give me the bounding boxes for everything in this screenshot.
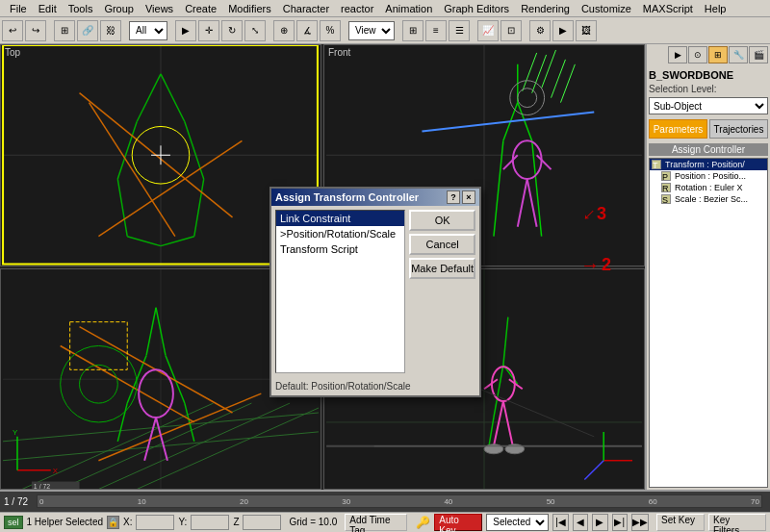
named-sel-button[interactable]: ⊡	[500, 20, 522, 41]
tl-10: 10	[138, 497, 146, 506]
rp-tree-item-2[interactable]: R Rotation : Euler X	[650, 182, 767, 193]
rp-tree-item-3[interactable]: S Scale : Bezier Sc...	[650, 193, 767, 205]
helper-selected-label: 1 Helper Selected	[27, 517, 104, 527]
activeshade-button[interactable]: 🖼	[576, 20, 597, 41]
redo-button[interactable]: ↪	[25, 20, 46, 41]
svg-text:1 / 72: 1 / 72	[34, 482, 50, 489]
dialog-help-button[interactable]: ?	[447, 190, 460, 204]
key-icon: 🔑	[415, 514, 430, 531]
snap-button[interactable]: ⊕	[273, 20, 295, 41]
rp-selection-level-dropdown[interactable]: Sub-Object	[649, 97, 768, 114]
rp-tree-icon-0: T	[652, 160, 661, 169]
dialog-controller-list[interactable]: Link Constraint >Position/Rotation/Scale…	[275, 210, 405, 373]
graph-ed-button[interactable]: 📈	[477, 20, 499, 41]
rp-tab-trajectories[interactable]: Trajectories	[709, 119, 768, 139]
menu-rendering[interactable]: Rendering	[515, 3, 576, 14]
timeline-track[interactable]: 0 10 20 30 40 50 60 70	[37, 494, 762, 508]
rp-tree-label-1: Position : Positio...	[675, 171, 746, 181]
mirror-button[interactable]: ⊞	[402, 20, 424, 41]
menu-create[interactable]: Create	[179, 3, 222, 14]
align-button[interactable]: ≡	[425, 20, 447, 41]
rp-tree-item-0[interactable]: T Transform : Position/	[650, 159, 767, 170]
rp-icon-4[interactable]: 🔧	[729, 46, 748, 63]
menu-reactor[interactable]: reactor	[335, 3, 379, 14]
svg-text:Y: Y	[13, 427, 18, 436]
set-key-button[interactable]: Set Key	[656, 514, 705, 531]
filter-dropdown[interactable]: All	[129, 21, 167, 40]
tl-20: 20	[240, 497, 248, 506]
render-setup-button[interactable]: ⚙	[529, 20, 551, 41]
dialog-default-text: Default: Position/Rotation/Scale	[275, 381, 475, 392]
move-button[interactable]: ✛	[198, 20, 219, 41]
list-item-link-constraint[interactable]: Link Constraint	[276, 211, 404, 226]
y-input[interactable]	[191, 515, 229, 530]
menu-edit[interactable]: Edit	[33, 3, 63, 14]
rp-icon-1[interactable]: ▶	[668, 46, 687, 63]
menu-views[interactable]: Views	[140, 3, 179, 14]
rp-tree-icon-2: R	[661, 183, 671, 192]
play-button[interactable]: ▶	[592, 514, 607, 531]
rp-tree-icon-3: S	[661, 194, 671, 204]
svg-point-85	[505, 443, 525, 453]
go-end-button[interactable]: ▶▶	[631, 514, 649, 531]
add-time-tag-button[interactable]: Add Time Tag	[345, 514, 407, 531]
cancel-button[interactable]: Cancel	[409, 234, 475, 255]
view-dropdown[interactable]: View	[348, 21, 395, 40]
rp-icon-2[interactable]: ⊙	[688, 46, 707, 63]
menu-help[interactable]: Help	[699, 3, 732, 14]
rp-tree-item-1[interactable]: P Position : Positio...	[650, 170, 767, 182]
tl-70: 70	[751, 497, 759, 506]
select-obj-button[interactable]: ▶	[175, 20, 196, 41]
make-default-button[interactable]: Make Default	[409, 258, 475, 279]
x-input[interactable]	[136, 515, 174, 530]
next-frame-button[interactable]: ▶|	[612, 514, 628, 531]
svg-text:X: X	[53, 466, 59, 474]
list-item-position-rotation-scale[interactable]: >Position/Rotation/Scale	[276, 226, 404, 241]
percent-snap-button[interactable]: %	[320, 20, 341, 41]
list-item-transform-script[interactable]: Transform Script	[276, 241, 404, 257]
rp-tree-label-0: Transform : Position/	[665, 160, 745, 169]
menu-tools[interactable]: Tools	[63, 3, 99, 14]
dialog-body: Link Constraint >Position/Rotation/Scale…	[271, 206, 479, 395]
undo-button[interactable]: ↩	[2, 20, 23, 41]
go-start-button[interactable]: |◀	[552, 514, 568, 531]
auto-key-button[interactable]: Auto Key	[434, 514, 482, 531]
menu-modifiers[interactable]: Modifiers	[222, 3, 277, 14]
render-button[interactable]: ▶	[552, 20, 574, 41]
menu-maxscript[interactable]: MAXScript	[637, 3, 699, 14]
rp-tree-icon-1: P	[661, 171, 671, 181]
rp-assign-controller-title: Assign Controller	[649, 143, 768, 156]
rp-icon-5[interactable]: 🎬	[749, 46, 768, 63]
tl-60: 60	[649, 497, 657, 506]
key-filters-button[interactable]: Key Filters...	[708, 514, 766, 531]
menu-graph-editors[interactable]: Graph Editors	[438, 3, 515, 14]
rp-tab-parameters[interactable]: Parameters	[649, 119, 707, 139]
angle-snap-button[interactable]: ∡	[296, 20, 318, 41]
assign-transform-dialog[interactable]: Assign Transform Controller ? × Link Con…	[270, 187, 481, 397]
rp-icon-3[interactable]: ⊞	[708, 46, 728, 63]
tl-40: 40	[444, 497, 452, 506]
dialog-title-buttons: ? ×	[447, 190, 475, 204]
z-input[interactable]	[243, 515, 281, 530]
rp-controller-tree[interactable]: T Transform : Position/ P Position : Pos…	[649, 158, 768, 488]
select-button[interactable]: ⊞	[54, 20, 75, 41]
ok-button[interactable]: OK	[409, 210, 475, 231]
link-button[interactable]: 🔗	[77, 20, 98, 41]
dialog-action-buttons: OK Cancel Make Default	[409, 210, 475, 377]
rotate-button[interactable]: ↻	[221, 20, 243, 41]
selected-dropdown[interactable]: Selected	[486, 514, 549, 531]
menu-animation[interactable]: Animation	[379, 3, 438, 14]
menu-customize[interactable]: Customize	[576, 3, 637, 14]
menubar: File Edit Tools Group Views Create Modif…	[0, 0, 770, 17]
unlink-button[interactable]: ⛓	[100, 20, 121, 41]
viewport-front-label: Front	[328, 47, 350, 58]
prev-frame-button[interactable]: ◀	[573, 514, 588, 531]
menu-character[interactable]: Character	[277, 3, 335, 14]
menu-file[interactable]: File	[4, 3, 33, 14]
tl-50: 50	[547, 497, 555, 506]
dialog-close-button[interactable]: ×	[462, 190, 475, 204]
scale-button[interactable]: ⤡	[244, 20, 266, 41]
lock-button[interactable]: 🔒	[107, 516, 119, 529]
layer-button[interactable]: ☰	[449, 20, 470, 41]
menu-group[interactable]: Group	[98, 3, 140, 14]
